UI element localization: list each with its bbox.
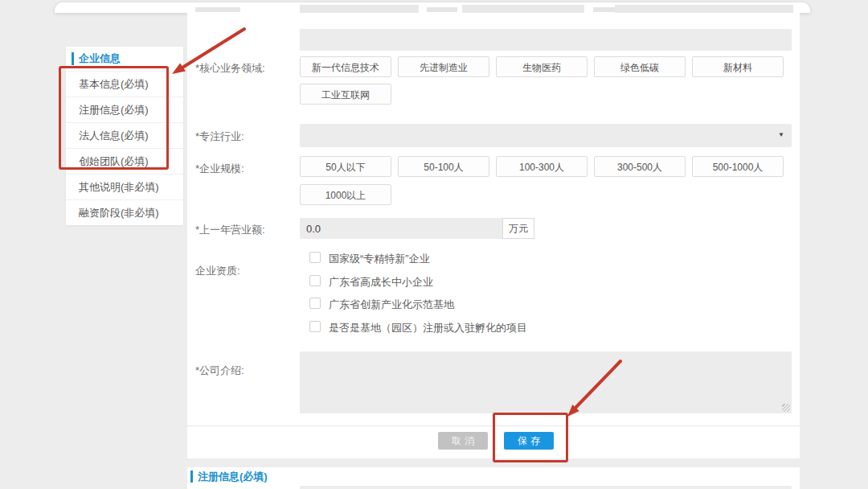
save-button[interactable]: 保存 bbox=[504, 432, 554, 450]
active-indicator-bar bbox=[72, 52, 74, 65]
sidebar-item-financing-stage[interactable]: 融资阶段(非必填) bbox=[66, 199, 183, 225]
basic-info-form-card: *核心业务领域: 新一代信息技术 先进制造业 生物医药 绿色低碳 新材料 工业互… bbox=[187, 13, 800, 458]
registration-section-header: 注册信息(必填) bbox=[198, 470, 268, 484]
core-business-option[interactable]: 工业互联网 bbox=[300, 84, 391, 105]
sidebar-item-founding-team[interactable]: 创始团队(必填) bbox=[66, 148, 183, 174]
sidebar-item-label: 融资阶段(非必填) bbox=[79, 207, 159, 219]
cutoff-text-input[interactable] bbox=[300, 29, 792, 51]
company-size-option[interactable]: 50-100人 bbox=[398, 156, 489, 177]
sidebar-item-legal-person-info[interactable]: 法人信息(必填) bbox=[66, 122, 183, 148]
sidebar-item-enterprise-info[interactable]: 企业信息 bbox=[66, 47, 183, 71]
qualification-checkbox[interactable] bbox=[309, 275, 321, 286]
sidebar-item-registration-info[interactable]: 注册信息(必填) bbox=[66, 97, 183, 122]
core-business-option[interactable]: 绿色低碳 bbox=[594, 56, 686, 77]
cutoff-input-fragment bbox=[615, 5, 793, 13]
sidebar-item-label: 法人信息(必填) bbox=[79, 129, 149, 142]
company-size-option[interactable]: 1000以上 bbox=[300, 184, 391, 205]
company-size-label: *企业规模: bbox=[195, 162, 244, 176]
core-business-option[interactable]: 新一代信息技术 bbox=[300, 56, 391, 77]
window-top-strip bbox=[55, 2, 810, 13]
company-size-option[interactable]: 100-300人 bbox=[496, 156, 588, 177]
sidebar-item-label: 创始团队(必填) bbox=[79, 155, 149, 167]
company-intro-label: *公司介绍: bbox=[195, 364, 244, 378]
qualification-option[interactable]: 广东省高成长中小企业 bbox=[329, 275, 433, 290]
sidebar-menu: 企业信息 基本信息(必填) 注册信息(必填) 法人信息(必填) 创始团队(必填)… bbox=[66, 47, 183, 225]
cutoff-input-fragment bbox=[462, 5, 584, 13]
core-business-label: *核心业务领域: bbox=[195, 61, 265, 76]
cancel-button[interactable]: 取消 bbox=[438, 432, 488, 450]
resize-handle[interactable] bbox=[782, 404, 790, 412]
qualification-option[interactable]: 是否是基地（园区）注册或入驻孵化的项目 bbox=[329, 321, 527, 335]
qualification-checkbox[interactable] bbox=[309, 321, 321, 332]
qualification-option[interactable]: 国家级“专精特新”企业 bbox=[329, 252, 430, 266]
sidebar-item-other-notes[interactable]: 其他说明(非必填) bbox=[66, 174, 183, 199]
sidebar-item-basic-info[interactable]: 基本信息(必填) bbox=[66, 71, 183, 97]
industry-select[interactable]: ▼ bbox=[300, 124, 792, 147]
form-divider bbox=[187, 425, 800, 426]
core-business-option[interactable]: 生物医药 bbox=[496, 56, 588, 77]
core-business-option[interactable]: 新材料 bbox=[692, 56, 784, 77]
qualification-option[interactable]: 广东省创新产业化示范基地 bbox=[329, 298, 454, 312]
sidebar-item-label: 其他说明(非必填) bbox=[79, 181, 159, 193]
cutoff-label-fragment bbox=[195, 7, 240, 12]
revenue-label: *上一年营业额: bbox=[195, 223, 265, 237]
registration-info-section-card: 注册信息(必填) bbox=[187, 467, 800, 489]
sidebar-item-label: 企业信息 bbox=[79, 52, 121, 64]
cutoff-label-fragment bbox=[427, 7, 457, 12]
qualification-checkbox[interactable] bbox=[309, 298, 321, 309]
sidebar-item-label: 注册信息(必填) bbox=[79, 104, 149, 116]
qualification-checkbox[interactable] bbox=[309, 252, 321, 263]
revenue-input[interactable] bbox=[300, 218, 502, 239]
section-header-bar bbox=[190, 471, 193, 483]
company-intro-textarea[interactable] bbox=[300, 351, 792, 413]
chevron-down-icon: ▼ bbox=[778, 131, 784, 138]
core-business-option[interactable]: 先进制造业 bbox=[398, 56, 489, 77]
company-size-option[interactable]: 300-500人 bbox=[594, 156, 686, 177]
company-size-option[interactable]: 50人以下 bbox=[300, 156, 391, 177]
company-size-option[interactable]: 500-1000人 bbox=[692, 156, 784, 177]
industry-label: *专注行业: bbox=[195, 129, 244, 144]
revenue-unit: 万元 bbox=[502, 218, 534, 239]
qualifications-label: 企业资质: bbox=[195, 264, 240, 278]
sidebar-item-label: 基本信息(必填) bbox=[79, 78, 149, 90]
cutoff-input-fragment bbox=[300, 5, 419, 13]
cutoff-next-field bbox=[300, 486, 792, 489]
